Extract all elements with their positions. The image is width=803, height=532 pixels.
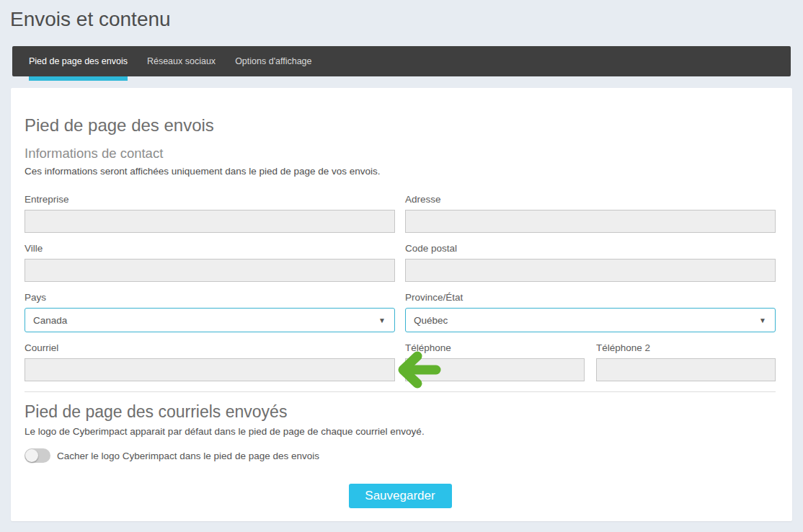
adresse-label: Adresse: [405, 194, 776, 205]
toggle-knob: [25, 449, 38, 462]
courriel-input[interactable]: [25, 358, 395, 381]
field-adresse: Adresse: [405, 194, 776, 233]
field-ville: Ville: [25, 243, 395, 282]
field-pays: Pays Canada ▼: [25, 292, 395, 332]
province-select-wrap: Québec ▼: [405, 308, 776, 332]
telephone-fields: Téléphone Téléphone 2: [405, 342, 776, 381]
pays-select-wrap: Canada ▼: [25, 308, 395, 332]
form-row: Pays Canada ▼ Province/État Québec ▼: [25, 292, 776, 332]
form-row: Ville Code postal: [25, 243, 776, 282]
ville-label: Ville: [25, 243, 395, 254]
field-courriel: Courriel: [25, 342, 395, 381]
field-telephone2: Téléphone 2: [596, 342, 776, 381]
province-select[interactable]: Québec: [405, 308, 776, 332]
toggle-row: Cacher le logo Cyberimpact dans le pied …: [25, 448, 776, 463]
footer-section-description: Le logo de Cyberimpact apparait par défa…: [25, 425, 776, 438]
save-button[interactable]: Sauvegarder: [349, 484, 452, 508]
tab-options-affichage[interactable]: Options d'affichage: [235, 46, 311, 76]
tab-label: Options d'affichage: [235, 56, 311, 66]
ville-input[interactable]: [25, 259, 395, 282]
pays-label: Pays: [25, 292, 395, 303]
field-code-postal: Code postal: [405, 243, 776, 282]
tab-label: Pied de page des envois: [29, 56, 128, 66]
province-label: Province/État: [405, 292, 776, 303]
footer-section-title: Pied de page des courriels envoyés: [25, 401, 776, 422]
form-row: Courriel Téléphone Téléphone 2: [25, 342, 776, 381]
content-card: Pied de page des envois Informations de …: [11, 88, 792, 521]
telephone2-input[interactable]: [596, 358, 776, 381]
pays-select[interactable]: Canada: [25, 308, 395, 332]
form-row: Entreprise Adresse: [25, 194, 776, 233]
tab-label: Réseaux sociaux: [147, 56, 216, 66]
card-title: Pied de page des envois: [25, 115, 776, 136]
field-entreprise: Entreprise: [25, 194, 395, 233]
tab-reseaux-sociaux[interactable]: Réseaux sociaux: [147, 46, 216, 76]
field-telephone: Téléphone: [405, 342, 585, 381]
contact-section-description: Ces informations seront affichées unique…: [25, 165, 776, 178]
telephone-input[interactable]: [405, 358, 585, 381]
courriel-label: Courriel: [25, 342, 395, 354]
active-tab-underline: [29, 76, 128, 81]
section-divider: [25, 391, 776, 392]
adresse-input[interactable]: [405, 210, 776, 233]
tab-bar: Pied de page des envois Réseaux sociaux …: [12, 46, 791, 76]
tab-pied-de-page-des-envois[interactable]: Pied de page des envois: [29, 46, 128, 76]
telephone2-label: Téléphone 2: [596, 342, 776, 354]
code-postal-input[interactable]: [405, 259, 776, 282]
contact-section-title: Informations de contact: [25, 145, 776, 162]
telephone-label: Téléphone: [405, 342, 585, 354]
toggle-label: Cacher le logo Cyberimpact dans le pied …: [57, 451, 319, 461]
field-province: Province/État Québec ▼: [405, 292, 776, 332]
entreprise-input[interactable]: [25, 210, 395, 233]
page-title: Envois et contenu: [10, 7, 803, 32]
code-postal-label: Code postal: [405, 243, 776, 254]
entreprise-label: Entreprise: [25, 194, 395, 205]
hide-logo-toggle[interactable]: [25, 448, 50, 463]
